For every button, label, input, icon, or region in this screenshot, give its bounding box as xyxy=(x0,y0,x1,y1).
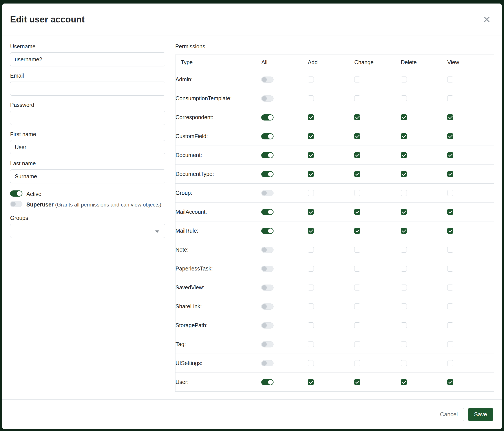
permission-add-checkbox[interactable] xyxy=(308,304,314,309)
permission-view-checkbox[interactable] xyxy=(447,285,453,290)
password-input[interactable] xyxy=(10,111,165,125)
permission-change-checkbox[interactable] xyxy=(354,228,360,234)
permission-delete-checkbox[interactable] xyxy=(401,247,407,253)
permission-delete-checkbox[interactable] xyxy=(401,341,407,347)
permission-add-checkbox[interactable] xyxy=(308,247,314,253)
permission-all-toggle[interactable] xyxy=(261,190,274,196)
permission-add-checkbox[interactable] xyxy=(308,228,314,234)
permission-change-checkbox[interactable] xyxy=(354,152,360,158)
permission-change-checkbox[interactable] xyxy=(354,114,360,120)
cancel-button[interactable]: Cancel xyxy=(434,408,464,421)
permission-change-checkbox[interactable] xyxy=(354,285,360,290)
active-toggle[interactable] xyxy=(10,190,22,197)
permission-all-toggle[interactable] xyxy=(261,304,274,310)
permission-delete-checkbox[interactable] xyxy=(401,171,407,177)
permission-add-checkbox[interactable] xyxy=(308,285,314,290)
groups-select[interactable] xyxy=(10,224,165,238)
permission-add-checkbox[interactable] xyxy=(308,209,314,215)
permission-add-checkbox[interactable] xyxy=(308,379,314,385)
permission-delete-checkbox[interactable] xyxy=(401,322,407,328)
permission-view-checkbox[interactable] xyxy=(447,190,453,196)
permission-view-checkbox[interactable] xyxy=(447,114,453,120)
permission-delete-checkbox[interactable] xyxy=(401,77,407,82)
permission-view-checkbox[interactable] xyxy=(447,171,453,177)
permission-delete-checkbox[interactable] xyxy=(401,114,407,120)
save-button[interactable]: Save xyxy=(468,408,493,421)
permission-delete-checkbox[interactable] xyxy=(401,228,407,234)
permission-delete-checkbox[interactable] xyxy=(401,304,407,309)
permission-add-checkbox[interactable] xyxy=(308,152,314,158)
permission-type-label: Tag: xyxy=(175,335,261,354)
permission-all-toggle[interactable] xyxy=(261,247,274,253)
permission-delete-checkbox[interactable] xyxy=(401,133,407,139)
permission-all-toggle[interactable] xyxy=(261,341,274,347)
permission-view-checkbox[interactable] xyxy=(447,379,453,385)
permission-all-toggle[interactable] xyxy=(261,114,274,120)
permission-all-toggle[interactable] xyxy=(261,152,274,158)
permission-change-checkbox[interactable] xyxy=(354,266,360,272)
permission-all-toggle[interactable] xyxy=(261,360,274,366)
permission-all-toggle[interactable] xyxy=(261,95,274,102)
permission-add-checkbox[interactable] xyxy=(308,77,314,82)
permission-delete-checkbox[interactable] xyxy=(401,379,407,385)
permission-change-checkbox[interactable] xyxy=(354,77,360,82)
username-input[interactable] xyxy=(10,52,165,66)
permission-type-label: Admin: xyxy=(175,70,261,89)
permission-all-toggle[interactable] xyxy=(261,133,274,139)
permission-view-checkbox[interactable] xyxy=(447,209,453,215)
permission-delete-checkbox[interactable] xyxy=(401,285,407,290)
permission-delete-checkbox[interactable] xyxy=(401,209,407,215)
permission-all-toggle[interactable] xyxy=(261,171,274,177)
permission-change-checkbox[interactable] xyxy=(354,341,360,347)
permission-all-toggle[interactable] xyxy=(261,285,274,291)
permission-all-toggle[interactable] xyxy=(261,266,274,272)
permission-change-checkbox[interactable] xyxy=(354,171,360,177)
permission-view-checkbox[interactable] xyxy=(447,228,453,234)
permission-type-label: ConsumptionTemplate: xyxy=(175,89,261,108)
permission-change-checkbox[interactable] xyxy=(354,360,360,366)
permission-add-checkbox[interactable] xyxy=(308,360,314,366)
permission-all-toggle[interactable] xyxy=(261,322,274,329)
last-name-input[interactable] xyxy=(10,169,165,183)
permission-view-checkbox[interactable] xyxy=(447,247,453,253)
permission-all-toggle[interactable] xyxy=(261,228,274,234)
permission-change-checkbox[interactable] xyxy=(354,322,360,328)
permission-delete-checkbox[interactable] xyxy=(401,360,407,366)
permission-view-checkbox[interactable] xyxy=(447,360,453,366)
permission-add-checkbox[interactable] xyxy=(308,171,314,177)
first-name-input[interactable] xyxy=(10,140,165,154)
permission-delete-checkbox[interactable] xyxy=(401,95,407,101)
permission-add-checkbox[interactable] xyxy=(308,190,314,196)
permission-change-checkbox[interactable] xyxy=(354,95,360,101)
permission-delete-checkbox[interactable] xyxy=(401,266,407,272)
permission-change-checkbox[interactable] xyxy=(354,247,360,253)
username-group: Username xyxy=(10,43,165,66)
close-button[interactable]: × xyxy=(481,12,492,26)
permission-delete-checkbox[interactable] xyxy=(401,152,407,158)
permission-view-checkbox[interactable] xyxy=(447,341,453,347)
permission-change-checkbox[interactable] xyxy=(354,133,360,139)
permission-add-checkbox[interactable] xyxy=(308,322,314,328)
permission-add-checkbox[interactable] xyxy=(308,133,314,139)
permission-delete-checkbox[interactable] xyxy=(401,190,407,196)
permission-view-checkbox[interactable] xyxy=(447,152,453,158)
permission-change-checkbox[interactable] xyxy=(354,379,360,385)
permission-view-checkbox[interactable] xyxy=(447,322,453,328)
permission-view-checkbox[interactable] xyxy=(447,266,453,272)
permission-add-checkbox[interactable] xyxy=(308,114,314,120)
permission-change-checkbox[interactable] xyxy=(354,190,360,196)
permission-view-checkbox[interactable] xyxy=(447,304,453,309)
permission-add-checkbox[interactable] xyxy=(308,95,314,101)
permission-add-checkbox[interactable] xyxy=(308,266,314,272)
permission-all-toggle[interactable] xyxy=(261,77,274,83)
permission-change-checkbox[interactable] xyxy=(354,209,360,215)
permission-all-toggle[interactable] xyxy=(261,209,274,215)
permission-view-checkbox[interactable] xyxy=(447,95,453,101)
permission-all-toggle[interactable] xyxy=(261,379,274,385)
email-input[interactable] xyxy=(10,81,165,96)
permission-view-checkbox[interactable] xyxy=(447,133,453,139)
permission-add-checkbox[interactable] xyxy=(308,341,314,347)
permission-change-checkbox[interactable] xyxy=(354,304,360,309)
superuser-toggle[interactable] xyxy=(10,201,22,207)
permission-view-checkbox[interactable] xyxy=(447,77,453,82)
